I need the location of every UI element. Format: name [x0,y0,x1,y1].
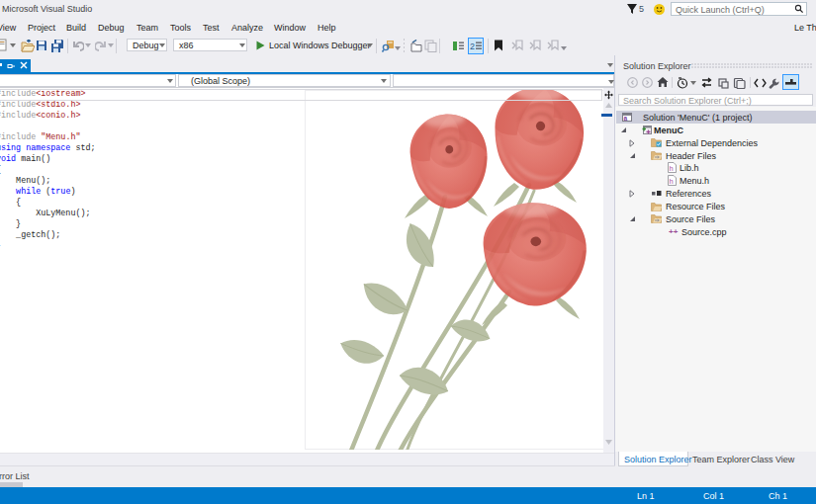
svg-text:2: 2 [470,42,475,51]
svg-text:h: h [670,164,674,173]
svg-text:a: a [624,115,628,122]
svg-text:h: h [670,177,674,186]
svg-text:++: ++ [669,227,679,235]
